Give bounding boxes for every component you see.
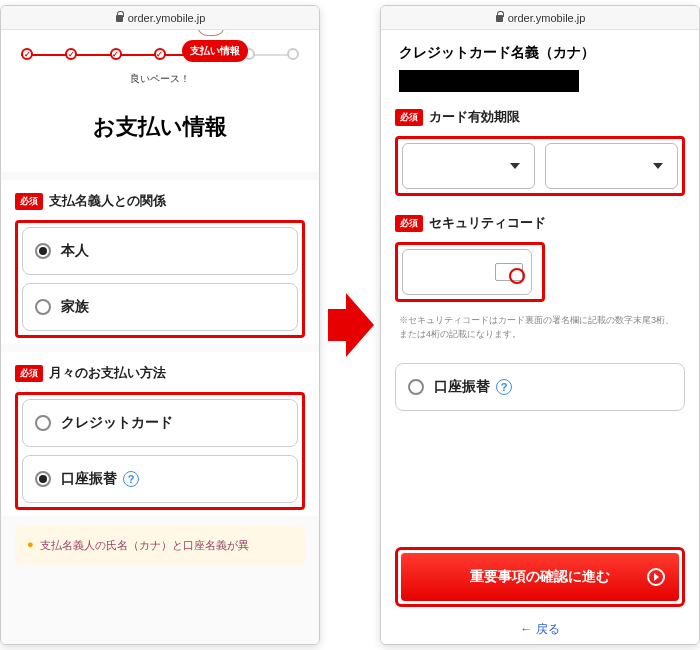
url-bar: order.ymobile.jp xyxy=(1,6,319,30)
lock-icon xyxy=(495,13,504,22)
section-title: セキュリティコード xyxy=(429,214,546,232)
url-bar: order.ymobile.jp xyxy=(381,6,699,30)
card-back-icon xyxy=(495,263,523,281)
step-active-label: 支払い情報 xyxy=(182,40,248,62)
radio-icon xyxy=(35,471,51,487)
option-family[interactable]: 家族 xyxy=(22,283,298,331)
radio-icon xyxy=(408,379,424,395)
step-dot xyxy=(65,48,77,60)
url-text: order.ymobile.jp xyxy=(128,12,206,24)
option-label: クレジットカード xyxy=(61,414,173,432)
radio-icon xyxy=(35,299,51,315)
section-relation: 必須 支払名義人との関係 本人 家族 xyxy=(1,180,319,344)
expiry-month-select[interactable] xyxy=(402,143,535,189)
required-badge: 必須 xyxy=(15,365,43,382)
security-hint: ※セキュリティコードはカード裏面の署名欄に記載の数字末尾3桁、または4桁の記載に… xyxy=(381,308,699,355)
section-method: 必須 月々のお支払い方法 クレジットカード 口座振替 ? xyxy=(1,352,319,516)
help-icon[interactable]: ? xyxy=(496,379,512,395)
chevron-down-icon xyxy=(510,163,520,169)
step-dot xyxy=(287,48,299,60)
radio-icon xyxy=(35,415,51,431)
progress-caption: 良いペース！ xyxy=(1,72,319,86)
arrow-right-icon xyxy=(647,568,665,586)
expiry-year-select[interactable] xyxy=(545,143,678,189)
proceed-button[interactable]: 重要事項の確認に進む xyxy=(401,553,679,601)
step-dot xyxy=(154,48,166,60)
highlight-box xyxy=(395,136,685,196)
button-label: 重要事項の確認に進む xyxy=(470,568,610,586)
highlight-box xyxy=(395,242,545,302)
section-title: 支払名義人との関係 xyxy=(49,192,166,210)
lock-icon xyxy=(115,13,124,22)
warning-icon: ● xyxy=(27,538,34,550)
step-dot xyxy=(110,48,122,60)
highlight-box: 本人 家族 xyxy=(15,220,305,338)
option-bank-transfer[interactable]: 口座振替 ? xyxy=(395,363,685,411)
required-badge: 必須 xyxy=(395,215,423,232)
url-text: order.ymobile.jp xyxy=(508,12,586,24)
section-title: カード有効期限 xyxy=(429,108,520,126)
page-title: お支払い情報 xyxy=(1,86,319,172)
option-label: 家族 xyxy=(61,298,89,316)
option-label: 口座振替 xyxy=(434,378,490,396)
radio-icon xyxy=(35,243,51,259)
help-icon[interactable]: ? xyxy=(123,471,139,487)
progress-stepper: 支払い情報 良いペース！ xyxy=(1,30,319,86)
security-code-input[interactable] xyxy=(402,249,532,295)
highlight-box: クレジットカード 口座振替 ? xyxy=(15,392,305,510)
warning-notice: ● 支払名義人の氏名（カナ）と口座名義が異 xyxy=(15,526,305,565)
section-title: 月々のお支払い方法 xyxy=(49,364,166,382)
back-link[interactable]: 戻る xyxy=(381,615,699,644)
cardholder-label: クレジットカード名義（カナ） xyxy=(381,30,699,70)
section-security: 必須 セキュリティコード xyxy=(381,210,699,308)
required-badge: 必須 xyxy=(15,193,43,210)
screen-right: order.ymobile.jp クレジットカード名義（カナ） 必須 カード有効… xyxy=(380,5,700,645)
option-label: 本人 xyxy=(61,242,89,260)
section-expiry: 必須 カード有効期限 xyxy=(381,108,699,202)
option-self[interactable]: 本人 xyxy=(22,227,298,275)
option-credit-card[interactable]: クレジットカード xyxy=(22,399,298,447)
option-bank-transfer[interactable]: 口座振替 ? xyxy=(22,455,298,503)
required-badge: 必須 xyxy=(395,109,423,126)
step-dot xyxy=(21,48,33,60)
chevron-down-icon xyxy=(653,163,663,169)
notice-text: 支払名義人の氏名（カナ）と口座名義が異 xyxy=(40,538,249,553)
mascot-icon xyxy=(198,30,224,36)
transition-arrow-icon xyxy=(328,285,372,365)
screen-left: order.ymobile.jp 支払い情報 良いペース！ お支払い情報 xyxy=(0,5,320,645)
option-label: 口座振替 xyxy=(61,470,117,488)
redacted-value xyxy=(399,70,579,92)
highlight-box: 重要事項の確認に進む xyxy=(395,547,685,607)
